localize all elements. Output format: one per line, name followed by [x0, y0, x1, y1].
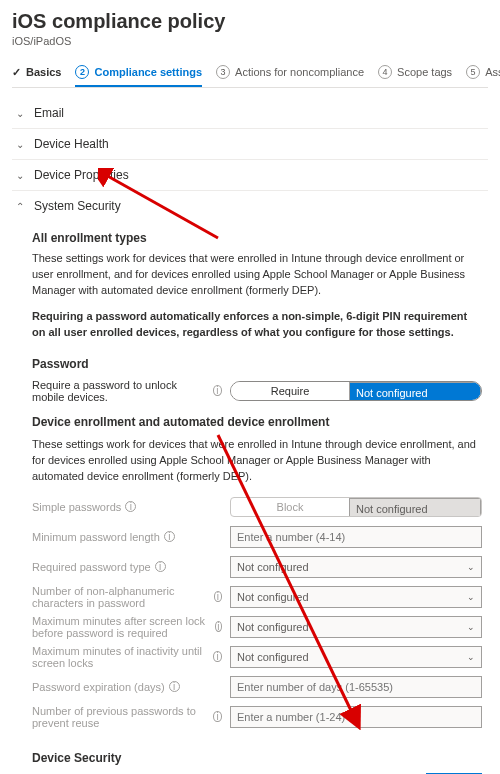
non-alpha-select: Not configured ⌄: [230, 586, 482, 608]
chevron-down-icon: ⌄: [16, 170, 26, 181]
step-compliance[interactable]: 2 Compliance settings: [75, 65, 202, 87]
step-number-icon: 2: [75, 65, 89, 79]
prev-pwd-label: Number of previous passwords to prevent …: [32, 705, 222, 729]
accordion-props[interactable]: ⌄ Device Properties: [12, 160, 488, 190]
info-icon[interactable]: i: [125, 501, 136, 512]
device-enrollment-heading: Device enrollment and automated device e…: [32, 415, 482, 429]
info-icon[interactable]: i: [169, 681, 180, 692]
step-number-icon: 5: [466, 65, 480, 79]
require-password-toggle[interactable]: Require Not configured: [230, 381, 482, 401]
toggle-not-configured[interactable]: Not configured: [349, 382, 481, 401]
all-enrollment-heading: All enrollment types: [32, 231, 482, 245]
all-enrollment-desc: These settings work for devices that wer…: [32, 251, 482, 299]
info-icon[interactable]: i: [213, 711, 222, 722]
chevron-down-icon: ⌄: [467, 622, 475, 632]
max-inactivity-label: Maximum minutes of inactivity until scre…: [32, 645, 222, 669]
chevron-down-icon: ⌄: [16, 139, 26, 150]
chevron-down-icon: ⌄: [16, 108, 26, 119]
non-alpha-label: Number of non-alphanumeric characters in…: [32, 585, 222, 609]
device-enrollment-desc: These settings work for devices that wer…: [32, 437, 482, 485]
step-number-icon: 4: [378, 65, 392, 79]
req-type-label: Required password type i: [32, 561, 222, 573]
toggle-require[interactable]: Require: [231, 382, 349, 400]
pwd-exp-input: [230, 676, 482, 698]
pin-desc: Requiring a password automatically enfor…: [32, 309, 482, 341]
page-title: iOS compliance policy: [12, 10, 488, 33]
chevron-up-icon: ⌃: [16, 201, 26, 212]
min-length-label: Minimum password length i: [32, 531, 222, 543]
info-icon[interactable]: i: [215, 621, 222, 632]
req-type-select: Not configured ⌄: [230, 556, 482, 578]
info-icon[interactable]: i: [213, 385, 222, 396]
info-icon[interactable]: i: [164, 531, 175, 542]
simple-passwords-toggle: Block Not configured: [230, 497, 482, 517]
step-scope[interactable]: 4 Scope tags: [378, 65, 452, 85]
min-length-input: [230, 526, 482, 548]
info-icon[interactable]: i: [155, 561, 166, 572]
info-icon[interactable]: i: [213, 651, 222, 662]
max-inactivity-select: Not configured ⌄: [230, 646, 482, 668]
check-icon: ✓: [12, 66, 21, 79]
info-icon[interactable]: i: [214, 591, 222, 602]
simple-passwords-label: Simple passwords i: [32, 501, 222, 513]
step-assignments[interactable]: 5 Assignments: [466, 65, 500, 85]
wizard-steps: ✓ Basics 2 Compliance settings 3 Actions…: [12, 65, 488, 88]
step-actions[interactable]: 3 Actions for noncompliance: [216, 65, 364, 85]
accordion-security[interactable]: ⌃ System Security: [12, 191, 488, 221]
prev-pwd-input: [230, 706, 482, 728]
pwd-exp-label: Password expiration (days) i: [32, 681, 222, 693]
chevron-down-icon: ⌄: [467, 652, 475, 662]
chevron-down-icon: ⌄: [467, 592, 475, 602]
chevron-down-icon: ⌄: [467, 562, 475, 572]
step-number-icon: 3: [216, 65, 230, 79]
step-basics[interactable]: ✓ Basics: [12, 65, 61, 85]
accordion-email[interactable]: ⌄ Email: [12, 98, 488, 128]
accordion-health[interactable]: ⌄ Device Health: [12, 129, 488, 159]
password-heading: Password: [32, 357, 482, 371]
max-lock-label: Maximum minutes after screen lock before…: [32, 615, 222, 639]
device-security-heading: Device Security: [32, 751, 482, 765]
page-subtitle: iOS/iPadOS: [12, 35, 488, 47]
require-password-label: Require a password to unlock mobile devi…: [32, 379, 222, 403]
max-lock-select: Not configured ⌄: [230, 616, 482, 638]
